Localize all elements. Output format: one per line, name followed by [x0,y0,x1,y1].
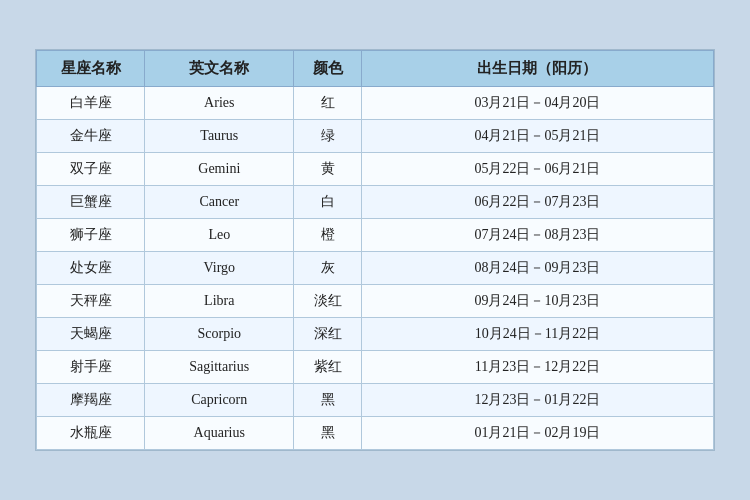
cell-color: 绿 [294,120,362,153]
cell-date: 05月22日－06月21日 [361,153,713,186]
cell-date: 06月22日－07月23日 [361,186,713,219]
cell-cn: 水瓶座 [37,417,145,450]
zodiac-table-container: 星座名称 英文名称 颜色 出生日期（阳历） 白羊座Aries红03月21日－04… [35,49,715,451]
cell-cn: 白羊座 [37,87,145,120]
cell-color: 红 [294,87,362,120]
table-row: 摩羯座Capricorn黑12月23日－01月22日 [37,384,714,417]
cell-cn: 金牛座 [37,120,145,153]
cell-color: 深红 [294,318,362,351]
cell-en: Taurus [145,120,294,153]
cell-date: 03月21日－04月20日 [361,87,713,120]
cell-en: Capricorn [145,384,294,417]
table-row: 处女座Virgo灰08月24日－09月23日 [37,252,714,285]
table-header-row: 星座名称 英文名称 颜色 出生日期（阳历） [37,51,714,87]
header-color: 颜色 [294,51,362,87]
cell-cn: 双子座 [37,153,145,186]
cell-color: 黑 [294,384,362,417]
table-row: 水瓶座Aquarius黑01月21日－02月19日 [37,417,714,450]
cell-date: 11月23日－12月22日 [361,351,713,384]
table-body: 白羊座Aries红03月21日－04月20日金牛座Taurus绿04月21日－0… [37,87,714,450]
cell-color: 黄 [294,153,362,186]
table-row: 天蝎座Scorpio深红10月24日－11月22日 [37,318,714,351]
header-cn: 星座名称 [37,51,145,87]
table-row: 天秤座Libra淡红09月24日－10月23日 [37,285,714,318]
cell-en: Cancer [145,186,294,219]
cell-color: 黑 [294,417,362,450]
cell-cn: 狮子座 [37,219,145,252]
cell-cn: 天蝎座 [37,318,145,351]
cell-date: 12月23日－01月22日 [361,384,713,417]
zodiac-table: 星座名称 英文名称 颜色 出生日期（阳历） 白羊座Aries红03月21日－04… [36,50,714,450]
cell-en: Leo [145,219,294,252]
cell-en: Aquarius [145,417,294,450]
table-row: 射手座Sagittarius紫红11月23日－12月22日 [37,351,714,384]
cell-en: Gemini [145,153,294,186]
cell-color: 橙 [294,219,362,252]
cell-en: Virgo [145,252,294,285]
cell-en: Libra [145,285,294,318]
table-row: 狮子座Leo橙07月24日－08月23日 [37,219,714,252]
cell-cn: 天秤座 [37,285,145,318]
cell-color: 白 [294,186,362,219]
cell-date: 09月24日－10月23日 [361,285,713,318]
cell-cn: 摩羯座 [37,384,145,417]
cell-date: 01月21日－02月19日 [361,417,713,450]
table-row: 双子座Gemini黄05月22日－06月21日 [37,153,714,186]
table-row: 白羊座Aries红03月21日－04月20日 [37,87,714,120]
cell-color: 灰 [294,252,362,285]
header-date: 出生日期（阳历） [361,51,713,87]
cell-date: 07月24日－08月23日 [361,219,713,252]
cell-en: Scorpio [145,318,294,351]
cell-color: 紫红 [294,351,362,384]
table-row: 金牛座Taurus绿04月21日－05月21日 [37,120,714,153]
table-row: 巨蟹座Cancer白06月22日－07月23日 [37,186,714,219]
cell-date: 10月24日－11月22日 [361,318,713,351]
cell-cn: 巨蟹座 [37,186,145,219]
header-en: 英文名称 [145,51,294,87]
cell-cn: 射手座 [37,351,145,384]
cell-date: 04月21日－05月21日 [361,120,713,153]
cell-cn: 处女座 [37,252,145,285]
cell-en: Sagittarius [145,351,294,384]
cell-date: 08月24日－09月23日 [361,252,713,285]
cell-color: 淡红 [294,285,362,318]
cell-en: Aries [145,87,294,120]
